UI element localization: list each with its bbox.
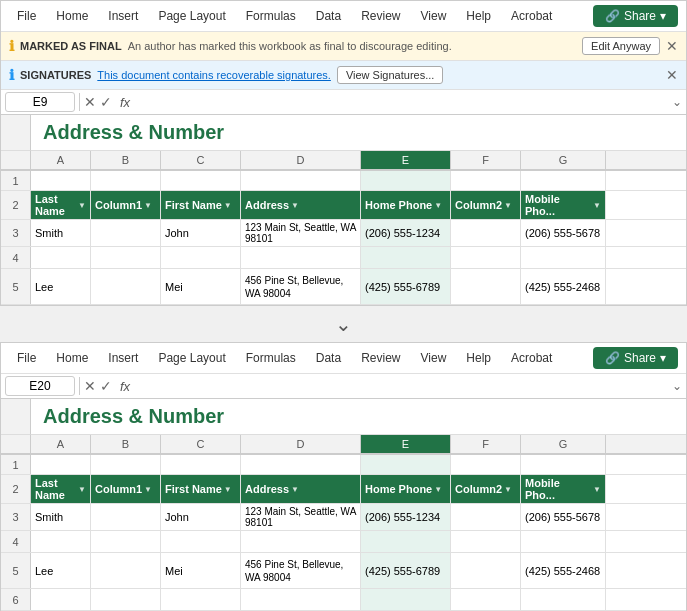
- table-row: 2 Last Name ▼ Column1 ▼ First Name ▼ Add…: [1, 191, 686, 220]
- menu-home-b[interactable]: Home: [48, 348, 96, 368]
- table-row: 4: [1, 247, 686, 269]
- col-header-b: B: [91, 151, 161, 169]
- menu-formulas[interactable]: Formulas: [238, 6, 304, 26]
- cell-reference-top[interactable]: [5, 92, 75, 112]
- cell-reference-bottom[interactable]: [5, 376, 75, 396]
- menu-help[interactable]: Help: [458, 6, 499, 26]
- signatures-label: SIGNATURES: [20, 69, 91, 81]
- excel-window-bottom: File Home Insert Page Layout Formulas Da…: [0, 342, 687, 611]
- filter-arrow-d-b[interactable]: ▼: [291, 485, 299, 494]
- signatures-bar: ℹ SIGNATURES This document contains reco…: [1, 61, 686, 90]
- menu-bar-bottom: File Home Insert Page Layout Formulas Da…: [1, 343, 686, 374]
- menu-view[interactable]: View: [413, 6, 455, 26]
- share-label-b: Share: [624, 351, 656, 365]
- share-button-bottom[interactable]: 🔗 Share ▾: [593, 347, 678, 369]
- header-lastname-b: Last Name: [35, 477, 76, 501]
- formula-input-top[interactable]: [138, 93, 668, 111]
- expand-formula-icon[interactable]: ⌄: [672, 95, 682, 109]
- filter-arrow-c[interactable]: ▼: [224, 201, 232, 210]
- filter-arrow-c-b[interactable]: ▼: [224, 485, 232, 494]
- header-mobilephone-b: Mobile Pho...: [525, 477, 591, 501]
- menu-bar-top: File Home Insert Page Layout Formulas Da…: [1, 1, 686, 32]
- filter-arrow-f[interactable]: ▼: [504, 201, 512, 210]
- filter-arrow-g[interactable]: ▼: [593, 201, 601, 210]
- menu-formulas-b[interactable]: Formulas: [238, 348, 304, 368]
- menu-view-b[interactable]: View: [413, 348, 455, 368]
- edit-anyway-button[interactable]: Edit Anyway: [582, 37, 660, 55]
- excel-window-top: File Home Insert Page Layout Formulas Da…: [0, 0, 687, 306]
- table-row: 1: [1, 171, 686, 191]
- header-homephone-b: Home Phone: [365, 483, 432, 495]
- header-mobilephone: Mobile Pho...: [525, 193, 591, 217]
- corner-cell-b: [1, 435, 31, 453]
- col-header-d-b: D: [241, 435, 361, 453]
- filter-arrow-f-b[interactable]: ▼: [504, 485, 512, 494]
- signatures-icon: ℹ: [9, 67, 14, 83]
- col-header-e-active: E: [361, 151, 451, 169]
- menu-page-layout-b[interactable]: Page Layout: [150, 348, 233, 368]
- confirm-formula-icon[interactable]: ✓: [100, 94, 112, 110]
- share-icon-b: 🔗: [605, 351, 620, 365]
- menu-home[interactable]: Home: [48, 6, 96, 26]
- menu-acrobat-b[interactable]: Acrobat: [503, 348, 560, 368]
- filter-arrow-a-b[interactable]: ▼: [78, 485, 86, 494]
- menu-insert[interactable]: Insert: [100, 6, 146, 26]
- col-header-g-b: G: [521, 435, 606, 453]
- menu-data-b[interactable]: Data: [308, 348, 349, 368]
- filter-arrow-a[interactable]: ▼: [78, 201, 86, 210]
- menu-help-b[interactable]: Help: [458, 348, 499, 368]
- signatures-close-icon[interactable]: ✕: [666, 67, 678, 83]
- filter-arrow-b-b[interactable]: ▼: [144, 485, 152, 494]
- title-row-b: Address & Number: [1, 399, 686, 435]
- header-address-b: Address: [245, 483, 289, 495]
- formula-bar-bottom: ✕ ✓ fx ⌄: [1, 374, 686, 399]
- menu-page-layout[interactable]: Page Layout: [150, 6, 233, 26]
- share-chevron: ▾: [660, 9, 666, 23]
- filter-arrow-b[interactable]: ▼: [144, 201, 152, 210]
- menu-insert-b[interactable]: Insert: [100, 348, 146, 368]
- marked-final-bar: ℹ MARKED AS FINAL An author has marked t…: [1, 32, 686, 61]
- view-signatures-button[interactable]: View Signatures...: [337, 66, 443, 84]
- share-button-top[interactable]: 🔗 Share ▾: [593, 5, 678, 27]
- header-lastname: Last Name: [35, 193, 76, 217]
- col-header-a-b: A: [31, 435, 91, 453]
- formula-input-bottom[interactable]: [138, 377, 668, 395]
- menu-review[interactable]: Review: [353, 6, 408, 26]
- filter-arrow-g-b[interactable]: ▼: [593, 485, 601, 494]
- col-header-d: D: [241, 151, 361, 169]
- marked-close-icon[interactable]: ✕: [666, 38, 678, 54]
- table-row: 3 Smith John 123 Main St, Seattle, WA 98…: [1, 504, 686, 531]
- col-header-a: A: [31, 151, 91, 169]
- cancel-formula-icon[interactable]: ✕: [84, 94, 96, 110]
- table-row: 5 Lee Mei 456 Pine St, Bellevue, WA 9800…: [1, 269, 686, 305]
- signatures-link[interactable]: This document contains recoverable signa…: [97, 69, 331, 81]
- formula-divider: [79, 93, 80, 111]
- menu-acrobat[interactable]: Acrobat: [503, 6, 560, 26]
- menu-file-b[interactable]: File: [9, 348, 44, 368]
- col-header-b-b: B: [91, 435, 161, 453]
- header-address: Address: [245, 199, 289, 211]
- header-col1: Column1: [95, 199, 142, 211]
- header-col1-b: Column1: [95, 483, 142, 495]
- table-row: 3 Smith John 123 Main St, Seattle, WA 98…: [1, 220, 686, 247]
- col-header-f: F: [451, 151, 521, 169]
- marked-label: MARKED AS FINAL: [20, 40, 122, 52]
- column-headers-top: A B C D E F G: [1, 151, 686, 171]
- filter-arrow-d[interactable]: ▼: [291, 201, 299, 210]
- menu-file[interactable]: File: [9, 6, 44, 26]
- confirm-formula-icon-b[interactable]: ✓: [100, 378, 112, 394]
- filter-arrow-e-b[interactable]: ▼: [434, 485, 442, 494]
- formula-bar-top: ✕ ✓ fx ⌄: [1, 90, 686, 115]
- cancel-formula-icon-b[interactable]: ✕: [84, 378, 96, 394]
- fx-label: fx: [116, 95, 134, 110]
- col-header-g: G: [521, 151, 606, 169]
- spreadsheet-title: Address & Number: [43, 121, 224, 143]
- filter-arrow-e[interactable]: ▼: [434, 201, 442, 210]
- menu-review-b[interactable]: Review: [353, 348, 408, 368]
- expand-formula-icon-b[interactable]: ⌄: [672, 379, 682, 393]
- spreadsheet-title-b: Address & Number: [43, 405, 224, 427]
- header-col2-b: Column2: [455, 483, 502, 495]
- menu-data[interactable]: Data: [308, 6, 349, 26]
- header-col2: Column2: [455, 199, 502, 211]
- formula-icons: ✕ ✓: [84, 94, 112, 110]
